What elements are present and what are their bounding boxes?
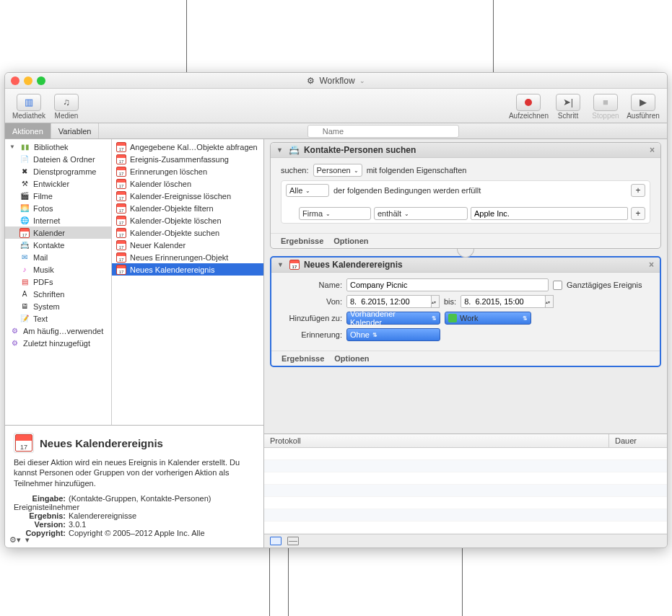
firma-select[interactable]: Firma⌄ xyxy=(299,207,371,220)
medien-button[interactable]: ♫ Medien xyxy=(48,94,84,120)
log-body xyxy=(264,448,667,534)
description-panel: 17 Neues Kalenderereignis Bei dieser Akt… xyxy=(5,425,263,547)
hinzufuegen-select[interactable]: Vorhandener Kalender⇅ xyxy=(346,312,440,325)
col-dauer[interactable]: Dauer xyxy=(609,434,667,447)
list-item[interactable]: 17Kalender-Objekte suchen xyxy=(112,226,263,239)
log-panel: Protokoll Dauer xyxy=(264,434,667,547)
medien-icon: ♫ xyxy=(54,94,79,111)
col-protokoll[interactable]: Protokoll xyxy=(264,434,609,447)
disclosure-icon[interactable]: ▼ xyxy=(276,146,283,154)
ganztag-checkbox[interactable] xyxy=(553,281,562,290)
cat-filme[interactable]: 🎬Filme xyxy=(5,190,111,202)
calendar-icon: 17 xyxy=(289,260,300,270)
cat-system[interactable]: 🖥System xyxy=(5,300,111,312)
traffic-lights xyxy=(11,76,45,85)
stepper-icon[interactable]: ▴▾ xyxy=(431,295,440,308)
mediathek-button[interactable]: ▥ Mediathek xyxy=(11,94,47,120)
toolbar: ▥ Mediathek ♫ Medien Aufzeichnen ➤| Schr… xyxy=(5,89,667,123)
collapse-icon[interactable]: ▾ xyxy=(25,535,30,545)
window-title: Workflow xyxy=(319,76,354,86)
cat-dateien[interactable]: 📄Dateien & Ordner xyxy=(5,153,111,165)
step-icon: ➤| xyxy=(556,94,580,111)
chevron-down-icon[interactable]: ⌄ xyxy=(359,77,365,84)
cat-fotos[interactable]: 🌅Fotos xyxy=(5,202,111,214)
desc-title: Neues Kalenderereignis xyxy=(40,437,163,449)
list-item[interactable]: 17Neuer Kalender xyxy=(112,239,263,251)
minimize-icon[interactable] xyxy=(24,76,32,85)
erinnerung-select[interactable]: Ohne⇅ xyxy=(346,328,440,341)
tab-aktionen[interactable]: Aktionen xyxy=(5,123,51,138)
disclosure-icon[interactable]: ▼ xyxy=(277,261,284,268)
enthaelt-select[interactable]: enthält⌄ xyxy=(374,207,468,220)
titlebar: ⚙︎ Workflow ⌄ xyxy=(5,73,667,89)
list-item[interactable]: 17Ereignis-Zusammenfassung xyxy=(112,153,263,165)
action-neues-kalenderereignis[interactable]: ▼ 17 Neues Kalenderereignis × Name: Ganz… xyxy=(270,256,661,367)
stop-icon: ■ xyxy=(593,94,618,111)
close-icon[interactable]: × xyxy=(649,260,654,270)
cat-schriften[interactable]: ASchriften xyxy=(5,288,111,300)
list-item[interactable]: 17Neues Kalenderereignis xyxy=(112,263,263,276)
library-pane: ▼ ▮▮ Bibliothek 📄Dateien & Ordner ✖︎Dien… xyxy=(5,139,264,547)
optionen-button[interactable]: Optionen xyxy=(333,237,368,245)
stepper-icon[interactable]: ▴▾ xyxy=(545,295,554,308)
search-input[interactable] xyxy=(307,125,459,138)
color-swatch-icon xyxy=(448,314,457,322)
optionen-button[interactable]: Optionen xyxy=(334,354,369,363)
close-icon[interactable]: × xyxy=(650,145,655,155)
firma-value-input[interactable] xyxy=(471,207,628,220)
card-title: Kontakte-Personen suchen xyxy=(304,145,416,155)
bis-date-input[interactable] xyxy=(461,295,546,308)
cat-musik[interactable]: ♪Musik xyxy=(5,263,111,276)
cat-kontakte[interactable]: 📇Kontakte xyxy=(5,239,111,251)
close-icon[interactable] xyxy=(11,76,19,85)
action-list[interactable]: 17Angegebene Kal…Objekte abfragen 17Erei… xyxy=(112,139,263,425)
gear-icon[interactable]: ⚙︎▾ xyxy=(9,535,21,545)
cat-text[interactable]: 📝Text xyxy=(5,312,111,325)
play-icon: ▶ xyxy=(631,94,655,111)
automator-window: ⚙︎ Workflow ⌄ ▥ Mediathek ♫ Medien Aufze… xyxy=(4,72,668,548)
schritt-button[interactable]: ➤| Schritt xyxy=(550,94,586,120)
mediathek-icon: ▥ xyxy=(17,94,41,111)
add-condition-button[interactable]: + xyxy=(631,184,645,197)
record-icon xyxy=(525,99,532,106)
personen-select[interactable]: Personen⌄ xyxy=(313,164,362,177)
smart-am-haeufig[interactable]: ⚙︎Am häufig…verwendet xyxy=(5,325,111,337)
desc-text: Bei dieser Aktion wird ein neues Ereigni… xyxy=(14,457,255,488)
calendar-select[interactable]: Work⇅ xyxy=(445,312,531,325)
action-kontakte-suchen[interactable]: ▼ 📇 Kontakte-Personen suchen × suchen: P… xyxy=(270,142,661,249)
cat-entwickler[interactable]: ⚒Entwickler xyxy=(5,177,111,190)
add-row-button[interactable]: + xyxy=(631,207,645,220)
cat-internet[interactable]: 🌐Internet xyxy=(5,214,111,226)
cat-dienstprogramme[interactable]: ✖︎Dienstprogramme xyxy=(5,165,111,177)
view-list-icon[interactable] xyxy=(270,537,282,545)
bibliothek-root[interactable]: ▼ ▮▮ Bibliothek xyxy=(5,141,111,153)
ergebnisse-button[interactable]: Ergebnisse xyxy=(282,354,324,363)
ergebnisse-button[interactable]: Ergebnisse xyxy=(281,237,323,245)
tab-variablen[interactable]: Variablen xyxy=(51,123,100,138)
smart-zuletzt[interactable]: ⚙︎Zuletzt hinzugefügt xyxy=(5,337,111,349)
zoom-icon[interactable] xyxy=(37,76,45,85)
event-name-input[interactable] xyxy=(346,278,549,291)
card-title: Neues Kalenderereignis xyxy=(304,260,403,270)
list-item[interactable]: 17Angegebene Kal…Objekte abfragen xyxy=(112,141,263,153)
alle-select[interactable]: Alle⌄ xyxy=(286,184,329,197)
cat-pdfs[interactable]: ▤PDFs xyxy=(5,276,111,288)
aufzeichnen-button[interactable]: Aufzeichnen xyxy=(509,94,549,120)
von-date-input[interactable] xyxy=(346,295,432,308)
list-item[interactable]: 17Kalender-Ereignisse löschen xyxy=(112,190,263,202)
view-split-icon[interactable] xyxy=(287,537,299,545)
cat-kalender[interactable]: 17Kalender xyxy=(5,226,111,239)
list-item[interactable]: 17Kalender-Objekte filtern xyxy=(112,202,263,214)
category-list[interactable]: ▼ ▮▮ Bibliothek 📄Dateien & Ordner ✖︎Dien… xyxy=(5,139,112,425)
document-icon: ⚙︎ xyxy=(307,76,315,86)
cat-mail[interactable]: ✉︎Mail xyxy=(5,251,111,263)
list-item[interactable]: 17Erinnerungen löschen xyxy=(112,165,263,177)
ausfuehren-button[interactable]: ▶ Ausführen xyxy=(625,94,661,120)
stoppen-button[interactable]: ■ Stoppen xyxy=(588,94,624,120)
workflow-pane: ▼ 📇 Kontakte-Personen suchen × suchen: P… xyxy=(264,139,667,547)
library-tabs: Aktionen Variablen xyxy=(5,123,667,139)
contacts-icon: 📇 xyxy=(289,145,300,155)
list-item[interactable]: 17Kalender löschen xyxy=(112,177,263,190)
list-item[interactable]: 17Neues Erinnerungen-Objekt xyxy=(112,251,263,263)
list-item[interactable]: 17Kalender-Objekte löschen xyxy=(112,214,263,226)
